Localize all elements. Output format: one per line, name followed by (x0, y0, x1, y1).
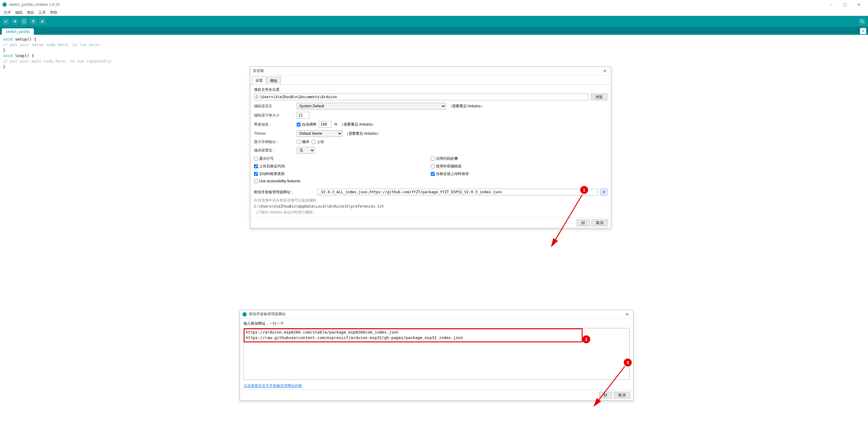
code-line: // put your setup code here, to run once… (3, 42, 865, 48)
language-label: 编辑器语言 (254, 104, 294, 109)
svg-line-5 (863, 22, 864, 23)
serial-monitor-button[interactable] (858, 18, 866, 25)
menu-tools[interactable]: 工具 (37, 9, 48, 16)
fontsize-label: 编辑器字体大小 (254, 113, 294, 118)
menu-help[interactable]: 帮助 (48, 9, 59, 16)
svg-marker-6 (862, 30, 864, 32)
dialog-titlebar: 附加开发板管理器网址 ✕ (240, 310, 633, 318)
annotation-bubble-2: 2 (582, 335, 590, 343)
verbose-upload-checkbox[interactable]: 上传 (312, 139, 324, 145)
chevron-down-icon (862, 30, 865, 33)
ok-button[interactable]: 好 (577, 219, 590, 226)
fontsize-input[interactable] (297, 112, 309, 119)
theme-label: Theme: (254, 131, 294, 136)
more-options-note: 在首选项中还有更多选项可以直接编辑 (254, 198, 607, 203)
arduino-app-icon (2, 2, 7, 7)
arrow-down-icon (40, 19, 44, 24)
cancel-button[interactable]: 取消 (614, 392, 630, 398)
annotation-bubble-1: 1 (580, 186, 588, 194)
restart-note: （需要重启 Arduino） (340, 122, 376, 127)
sketch-tab[interactable]: sketch_jun16a (2, 28, 34, 35)
code-line: loop() { (12, 53, 34, 58)
arrow-up-icon (31, 19, 35, 24)
browse-button[interactable]: 浏览 (591, 94, 607, 100)
urls-textarea[interactable] (244, 328, 629, 380)
window-titlebar: sketch_jun16a | Arduino 1.8.19 ─ ▢ ✕ (0, 0, 868, 9)
ok-button[interactable]: 好 (599, 392, 612, 398)
window-maximize-button[interactable]: ▢ (838, 0, 852, 9)
annotation-bubble-3: 3 (624, 359, 632, 366)
save-sketch-button[interactable] (38, 18, 46, 25)
accessibility-checkbox[interactable]: Use accessibility features (254, 179, 431, 183)
file-icon (22, 19, 26, 24)
window-close-button[interactable]: ✕ (852, 0, 866, 9)
scale-input[interactable] (319, 121, 332, 128)
dialog-close-button[interactable]: ✕ (623, 312, 631, 317)
code-line: } (3, 48, 865, 53)
new-sketch-button[interactable] (20, 18, 28, 25)
code-editor[interactable]: void setup() { // put your setup code he… (0, 35, 868, 71)
restart-note: （需要重启 Arduino） (448, 104, 484, 109)
window-title: sketch_jun16a | Arduino 1.8.19 (9, 2, 825, 7)
verbose-compile-checkbox[interactable]: 编译 (297, 139, 309, 145)
boards-url-dialog: 附加开发板管理器网址 ✕ 输入附加网址，一行一个 点击查看非官方开发板支持网址列… (240, 310, 633, 401)
cancel-button[interactable]: 取消 (591, 219, 608, 226)
window-icon (602, 190, 606, 194)
scale-percent: % (334, 122, 338, 126)
boards-url-expand-button[interactable] (600, 189, 607, 195)
dialog-close-button[interactable]: ✕ (601, 69, 609, 73)
sketchbook-path-input[interactable] (254, 94, 588, 100)
code-line: void (3, 53, 12, 58)
unofficial-boards-link[interactable]: 点击查看非官方开发板支持网址列表 (244, 383, 302, 388)
code-line: // put your main code here, to run repea… (3, 59, 865, 64)
tab-settings[interactable]: 设置 (252, 76, 266, 85)
window-minimize-button[interactable]: ─ (825, 0, 838, 9)
scale-label: 界面缩放： (254, 122, 294, 127)
tab-network[interactable]: 网络 (267, 77, 281, 85)
codefold-checkbox[interactable]: 启用代码折叠 (431, 156, 608, 161)
toolbar (0, 16, 868, 27)
save-on-verify-checkbox[interactable]: 当验证或上传时保存 (431, 171, 608, 177)
code-line: void (3, 37, 12, 41)
edit-only-note: （只能在 Arduino 未运行时进行编辑） (254, 210, 607, 215)
sketchbook-label: 项目文件夹位置 (254, 87, 607, 92)
svg-rect-1 (23, 20, 25, 23)
dialog-title: 附加开发板管理器网址 (249, 312, 623, 317)
warnings-select[interactable]: 无 (297, 147, 315, 154)
code-line: setup() { (12, 37, 36, 41)
tab-menu-button[interactable] (860, 28, 866, 34)
preferences-dialog: 首选项 ✕ 设置 网络 项目文件夹位置 浏览 编辑器语言 System Defa… (250, 66, 611, 228)
prefs-file-path: C:\Users\XieZhouBin\AppData\Local\Arduin… (254, 204, 607, 209)
arrow-right-icon (13, 19, 17, 24)
auto-scale-checkbox[interactable]: 自动调整 (297, 122, 316, 127)
svg-point-4 (861, 20, 863, 22)
linenum-checkbox[interactable]: 显示行号 (254, 156, 431, 161)
dialog-title: 首选项 (253, 68, 601, 73)
upload-button[interactable] (11, 18, 19, 25)
external-editor-checkbox[interactable]: 使用外部编辑器 (431, 164, 608, 169)
magnifier-icon (860, 19, 865, 24)
tab-strip: sketch_jun16a (0, 27, 868, 35)
verify-button[interactable] (2, 18, 10, 25)
dialog-titlebar: 首选项 ✕ (250, 67, 611, 75)
dialog-tabs: 设置 网络 (250, 75, 611, 85)
menu-bar: 文件 编辑 项目 工具 帮助 (0, 9, 868, 16)
restart-note: （需要重启 Arduino） (345, 131, 380, 136)
check-updates-checkbox[interactable]: 启动时检查更新 (254, 171, 431, 177)
warnings-label: 编译器警告： (254, 148, 294, 153)
menu-project[interactable]: 项目 (25, 9, 36, 16)
theme-select[interactable]: Default theme (297, 130, 342, 137)
url-hint: 输入附加网址，一行一个 (244, 321, 629, 326)
arduino-app-icon (242, 312, 247, 316)
menu-edit[interactable]: 编辑 (13, 9, 24, 16)
boards-url-label: 附加开发板管理器网址： (254, 190, 315, 195)
menu-file[interactable]: 文件 (2, 9, 13, 16)
check-icon (4, 19, 8, 24)
verify-after-upload-checkbox[interactable]: 上传后验证代码 (254, 164, 431, 169)
language-select[interactable]: System Default (297, 103, 446, 110)
open-sketch-button[interactable] (29, 18, 37, 25)
verbose-label: 显示详细输出： (254, 139, 294, 145)
boards-url-input[interactable] (317, 189, 598, 195)
